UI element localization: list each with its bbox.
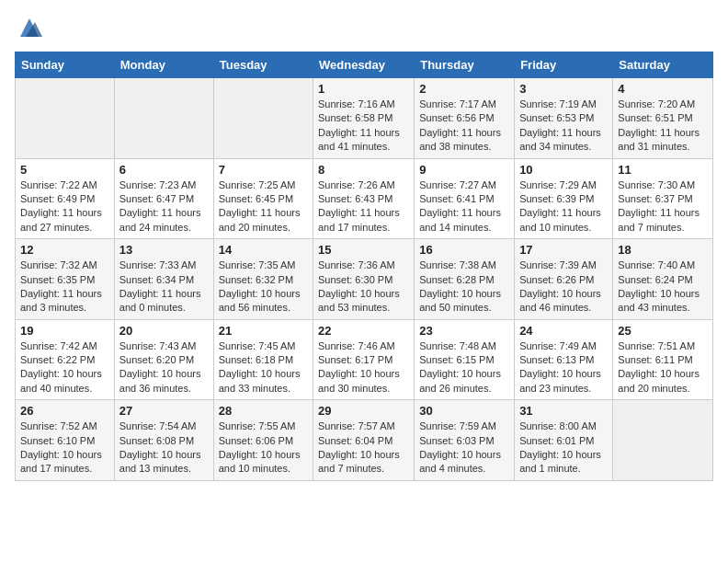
calendar-cell: 31Sunrise: 8:00 AM Sunset: 6:01 PM Dayli… (515, 400, 613, 481)
calendar-cell: 8Sunrise: 7:26 AM Sunset: 6:43 PM Daylig… (313, 158, 415, 239)
calendar-cell: 9Sunrise: 7:27 AM Sunset: 6:41 PM Daylig… (415, 158, 515, 239)
calendar-cell (213, 78, 313, 159)
day-info: Sunrise: 7:35 AM Sunset: 6:32 PM Dayligh… (219, 259, 308, 316)
calendar-cell: 28Sunrise: 7:55 AM Sunset: 6:06 PM Dayli… (213, 400, 313, 481)
day-info: Sunrise: 7:38 AM Sunset: 6:28 PM Dayligh… (419, 259, 509, 316)
day-header-friday: Friday (515, 52, 613, 78)
day-number: 23 (419, 324, 509, 338)
day-info: Sunrise: 7:25 AM Sunset: 6:45 PM Dayligh… (219, 178, 308, 236)
calendar-cell: 19Sunrise: 7:42 AM Sunset: 6:22 PM Dayli… (16, 319, 115, 400)
day-number: 1 (318, 82, 409, 96)
day-number: 9 (419, 163, 509, 177)
day-header-monday: Monday (114, 52, 213, 78)
day-number: 15 (318, 243, 409, 257)
calendar-cell: 30Sunrise: 7:59 AM Sunset: 6:03 PM Dayli… (415, 400, 515, 481)
day-number: 14 (219, 243, 308, 257)
day-info: Sunrise: 7:20 AM Sunset: 6:51 PM Dayligh… (618, 98, 708, 155)
calendar-cell: 14Sunrise: 7:35 AM Sunset: 6:32 PM Dayli… (213, 239, 313, 320)
day-info: Sunrise: 7:54 AM Sunset: 6:08 PM Dayligh… (119, 419, 209, 477)
calendar-cell: 3Sunrise: 7:19 AM Sunset: 6:53 PM Daylig… (515, 78, 613, 159)
day-number: 8 (318, 163, 409, 177)
calendar-cell: 24Sunrise: 7:49 AM Sunset: 6:13 PM Dayli… (515, 319, 613, 400)
day-number: 20 (119, 324, 209, 338)
calendar-cell (16, 78, 115, 159)
day-info: Sunrise: 7:33 AM Sunset: 6:34 PM Dayligh… (119, 259, 209, 316)
day-number: 13 (119, 243, 209, 257)
day-info: Sunrise: 7:45 AM Sunset: 6:18 PM Dayligh… (219, 339, 308, 396)
day-number: 2 (419, 82, 509, 96)
day-info: Sunrise: 7:32 AM Sunset: 6:35 PM Dayligh… (20, 259, 109, 316)
calendar-cell: 13Sunrise: 7:33 AM Sunset: 6:34 PM Dayli… (114, 239, 213, 320)
logo (15, 15, 42, 40)
day-number: 21 (219, 324, 308, 338)
day-number: 29 (318, 404, 409, 418)
day-header-thursday: Thursday (415, 52, 515, 78)
page-header (15, 15, 713, 40)
calendar-cell: 10Sunrise: 7:29 AM Sunset: 6:39 PM Dayli… (515, 158, 613, 239)
day-header-wednesday: Wednesday (313, 52, 415, 78)
day-number: 4 (618, 82, 708, 96)
day-number: 25 (618, 324, 708, 338)
calendar-cell: 26Sunrise: 7:52 AM Sunset: 6:10 PM Dayli… (16, 400, 115, 481)
logo-icon (17, 15, 42, 40)
day-info: Sunrise: 7:43 AM Sunset: 6:20 PM Dayligh… (119, 339, 209, 396)
calendar-cell: 5Sunrise: 7:22 AM Sunset: 6:49 PM Daylig… (16, 158, 115, 239)
day-header-saturday: Saturday (613, 52, 713, 78)
day-info: Sunrise: 7:46 AM Sunset: 6:17 PM Dayligh… (318, 339, 409, 396)
calendar-cell: 11Sunrise: 7:30 AM Sunset: 6:37 PM Dayli… (613, 158, 713, 239)
calendar-cell: 21Sunrise: 7:45 AM Sunset: 6:18 PM Dayli… (213, 319, 313, 400)
day-number: 7 (219, 163, 308, 177)
calendar-cell: 4Sunrise: 7:20 AM Sunset: 6:51 PM Daylig… (613, 78, 713, 159)
day-info: Sunrise: 7:42 AM Sunset: 6:22 PM Dayligh… (20, 339, 109, 396)
day-info: Sunrise: 7:19 AM Sunset: 6:53 PM Dayligh… (519, 98, 608, 155)
calendar-cell: 6Sunrise: 7:23 AM Sunset: 6:47 PM Daylig… (114, 158, 213, 239)
calendar-cell: 1Sunrise: 7:16 AM Sunset: 6:58 PM Daylig… (313, 78, 415, 159)
day-number: 5 (20, 163, 109, 177)
day-info: Sunrise: 8:00 AM Sunset: 6:01 PM Dayligh… (519, 419, 608, 477)
day-number: 22 (318, 324, 409, 338)
calendar-cell: 22Sunrise: 7:46 AM Sunset: 6:17 PM Dayli… (313, 319, 415, 400)
day-info: Sunrise: 7:40 AM Sunset: 6:24 PM Dayligh… (618, 259, 708, 316)
day-number: 16 (419, 243, 509, 257)
calendar-cell (613, 400, 713, 481)
day-info: Sunrise: 7:39 AM Sunset: 6:26 PM Dayligh… (519, 259, 608, 316)
day-number: 3 (519, 82, 608, 96)
day-info: Sunrise: 7:51 AM Sunset: 6:11 PM Dayligh… (618, 339, 708, 396)
day-info: Sunrise: 7:55 AM Sunset: 6:06 PM Dayligh… (219, 419, 308, 477)
day-info: Sunrise: 7:16 AM Sunset: 6:58 PM Dayligh… (318, 98, 409, 155)
day-info: Sunrise: 7:36 AM Sunset: 6:30 PM Dayligh… (318, 259, 409, 316)
calendar-cell: 27Sunrise: 7:54 AM Sunset: 6:08 PM Dayli… (114, 400, 213, 481)
calendar-cell: 17Sunrise: 7:39 AM Sunset: 6:26 PM Dayli… (515, 239, 613, 320)
calendar-week-row: 19Sunrise: 7:42 AM Sunset: 6:22 PM Dayli… (16, 319, 713, 400)
calendar-cell: 18Sunrise: 7:40 AM Sunset: 6:24 PM Dayli… (613, 239, 713, 320)
calendar-week-row: 5Sunrise: 7:22 AM Sunset: 6:49 PM Daylig… (16, 158, 713, 239)
day-number: 18 (618, 243, 708, 257)
calendar-week-row: 26Sunrise: 7:52 AM Sunset: 6:10 PM Dayli… (16, 400, 713, 481)
day-info: Sunrise: 7:57 AM Sunset: 6:04 PM Dayligh… (318, 419, 409, 477)
day-number: 26 (20, 404, 109, 418)
calendar-cell: 15Sunrise: 7:36 AM Sunset: 6:30 PM Dayli… (313, 239, 415, 320)
calendar-cell: 2Sunrise: 7:17 AM Sunset: 6:56 PM Daylig… (415, 78, 515, 159)
day-info: Sunrise: 7:59 AM Sunset: 6:03 PM Dayligh… (419, 419, 509, 477)
day-number: 19 (20, 324, 109, 338)
day-number: 17 (519, 243, 608, 257)
calendar-cell: 20Sunrise: 7:43 AM Sunset: 6:20 PM Dayli… (114, 319, 213, 400)
day-info: Sunrise: 7:49 AM Sunset: 6:13 PM Dayligh… (519, 339, 608, 396)
day-number: 24 (519, 324, 608, 338)
day-info: Sunrise: 7:48 AM Sunset: 6:15 PM Dayligh… (419, 339, 509, 396)
day-header-sunday: Sunday (16, 52, 115, 78)
day-number: 10 (519, 163, 608, 177)
calendar-cell: 7Sunrise: 7:25 AM Sunset: 6:45 PM Daylig… (213, 158, 313, 239)
calendar-cell: 12Sunrise: 7:32 AM Sunset: 6:35 PM Dayli… (16, 239, 115, 320)
calendar-table: SundayMondayTuesdayWednesdayThursdayFrid… (15, 52, 713, 481)
day-info: Sunrise: 7:22 AM Sunset: 6:49 PM Dayligh… (20, 178, 109, 236)
day-number: 12 (20, 243, 109, 257)
day-info: Sunrise: 7:29 AM Sunset: 6:39 PM Dayligh… (519, 178, 608, 236)
calendar-cell (114, 78, 213, 159)
calendar-header-row: SundayMondayTuesdayWednesdayThursdayFrid… (16, 52, 713, 78)
calendar-cell: 29Sunrise: 7:57 AM Sunset: 6:04 PM Dayli… (313, 400, 415, 481)
day-number: 6 (119, 163, 209, 177)
day-number: 11 (618, 163, 708, 177)
day-number: 30 (419, 404, 509, 418)
day-number: 28 (219, 404, 308, 418)
